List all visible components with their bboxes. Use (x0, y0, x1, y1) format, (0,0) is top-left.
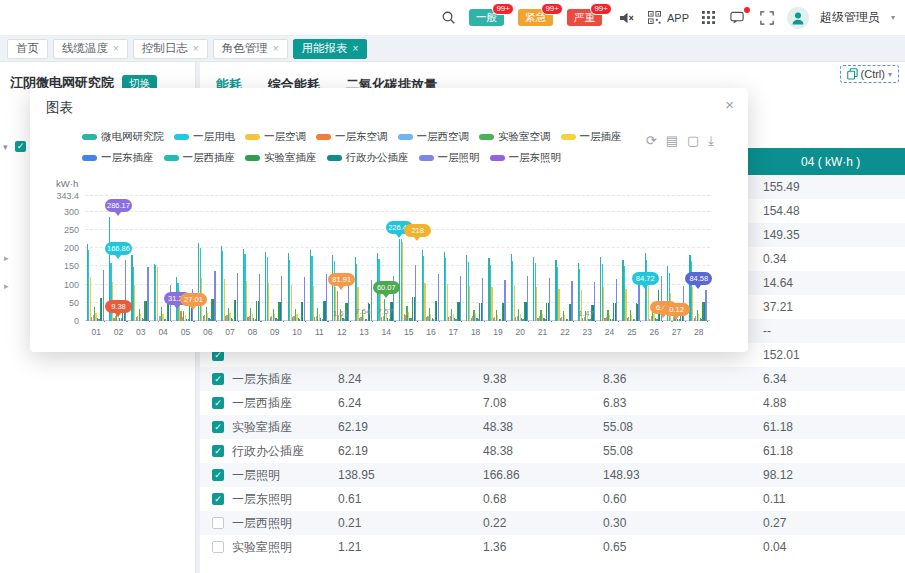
row-value-cell: 0.65 (595, 540, 755, 554)
alert-pill-严重[interactable]: 严重99+ (567, 9, 602, 26)
legend-item-一层照明[interactable]: 一层照明 (419, 151, 480, 165)
fullscreen-icon[interactable] (758, 9, 776, 27)
tab-用能报表[interactable]: 用能报表× (293, 39, 368, 59)
legend-item-一层西插座[interactable]: 一层西插座 (164, 151, 236, 165)
refresh-icon[interactable]: ⟳ (646, 134, 657, 147)
legend-item-一层西空调[interactable]: 一层西空调 (398, 130, 470, 144)
username[interactable]: 超级管理员 (820, 9, 880, 26)
tree-caret-icon[interactable]: ▾ (3, 142, 8, 152)
bar (402, 242, 403, 321)
bar (504, 280, 505, 321)
messages-icon[interactable] (729, 9, 747, 27)
apps-grid-icon[interactable] (700, 9, 718, 27)
tab-close-icon[interactable]: × (193, 44, 199, 54)
legend-item-一层东插座[interactable]: 一层东插座 (82, 151, 154, 165)
search-icon[interactable] (440, 9, 458, 27)
tab-close-icon[interactable]: × (273, 44, 279, 54)
row-checkbox[interactable]: ✓ (212, 397, 224, 409)
bar (305, 321, 306, 322)
modal-title: 图表 (46, 99, 73, 117)
app-label: APP (667, 12, 689, 24)
tree-expander-icon[interactable]: ▸ (4, 281, 9, 291)
y-tick-label: 343.4 (56, 191, 79, 201)
download-icon[interactable]: ⤓ (708, 134, 714, 147)
tab-label: 控制日志 (142, 41, 188, 56)
tab-label: 用能报表 (302, 41, 348, 56)
bar (259, 274, 260, 321)
tab-close-icon[interactable]: × (113, 44, 119, 54)
pin-value: 0.12 (669, 305, 684, 314)
export-button[interactable]: (Ctrl) ▾ (840, 65, 899, 83)
row-checkbox[interactable]: ✓ (212, 493, 224, 505)
legend-item-一层用电[interactable]: 一层用电 (174, 130, 235, 144)
max-marker-pin: 60.07 (373, 281, 400, 294)
row-value-cell: 0.60 (595, 492, 755, 506)
table-row: ✓一层照明138.95166.86148.9398.12 (200, 463, 905, 487)
x-tick-label: 05 (174, 327, 196, 337)
tree-expander-icon[interactable]: ▸ (4, 253, 9, 263)
row-name-cell: 实验室照明 (200, 539, 330, 556)
legend-marker (327, 155, 342, 161)
pin-value: 218 (411, 226, 424, 235)
bar (506, 321, 507, 322)
bar (528, 321, 529, 322)
user-avatar[interactable] (787, 7, 809, 29)
max-marker-pin: 9.38 (105, 300, 132, 313)
legend-item-一层插座[interactable]: 一层插座 (561, 130, 622, 144)
row-checkbox[interactable]: ✓ (212, 469, 224, 481)
legend-marker (561, 134, 576, 140)
x-tick-label: 01 (85, 327, 107, 337)
bar (216, 321, 217, 322)
alert-pill-紧急[interactable]: 紧急99+ (518, 9, 553, 26)
bar (394, 321, 395, 322)
value-label: 7.57 (377, 307, 393, 316)
mute-speaker-icon[interactable] (617, 9, 635, 27)
user-menu-caret-icon: ▾ (891, 13, 895, 22)
data-view-icon[interactable]: ▤ (666, 134, 678, 147)
row-value-cell: 0.11 (755, 492, 905, 506)
tab-角色管理[interactable]: 角色管理× (213, 39, 288, 59)
legend-marker (164, 155, 179, 161)
app-qr-entry[interactable]: APP (646, 9, 689, 27)
legend-item-一层空调[interactable]: 一层空调 (245, 130, 306, 144)
pin-value: 166.86 (107, 244, 130, 253)
x-tick-label: 11 (308, 327, 330, 337)
bar (662, 321, 663, 322)
row-value-cell: -- (755, 324, 905, 338)
row-checkbox[interactable]: ✓ (212, 421, 224, 433)
x-tick-label: 06 (197, 327, 219, 337)
row-checkbox[interactable]: ✓ (212, 445, 224, 457)
row-checkbox[interactable] (212, 541, 224, 553)
legend-label: 一层用电 (193, 130, 235, 144)
gridline (85, 247, 710, 248)
alert-pill-一般[interactable]: 一般99+ (469, 9, 504, 26)
close-icon[interactable]: × (725, 96, 734, 113)
bar (417, 321, 418, 322)
row-value-cell: 4.88 (755, 396, 905, 410)
tabbar: 首页线缆温度×控制日志×角色管理×用能报表× (0, 36, 905, 62)
tree-root-checkbox[interactable]: ✓ (15, 141, 26, 152)
tab-线缆温度[interactable]: 线缆温度× (53, 39, 128, 59)
row-checkbox[interactable]: ✓ (212, 373, 224, 385)
row-value-cell: 154.48 (755, 204, 905, 218)
x-tick-label: 26 (643, 327, 665, 337)
legend-item-实验室插座[interactable]: 实验室插座 (245, 151, 317, 165)
legend-item-一层东照明[interactable]: 一层东照明 (490, 151, 562, 165)
legend-item-微电网研究院[interactable]: 微电网研究院 (82, 130, 164, 144)
legend-item-行政办公插座[interactable]: 行政办公插座 (327, 151, 409, 165)
row-value-cell: 0.34 (755, 252, 905, 266)
restore-icon[interactable]: ▢ (687, 134, 699, 147)
legend-marker (82, 155, 97, 161)
bar (551, 321, 552, 322)
tab-首页[interactable]: 首页 (7, 39, 48, 59)
bar (149, 321, 150, 322)
legend-item-实验室空调[interactable]: 实验室空调 (479, 130, 551, 144)
row-name-cell: ✓实验室插座 (200, 419, 330, 436)
tab-close-icon[interactable]: × (353, 44, 359, 54)
legend-item-一层东空调[interactable]: 一层东空调 (316, 130, 388, 144)
row-checkbox[interactable] (212, 517, 224, 529)
row-value-cell: 0.30 (595, 516, 755, 530)
x-tick-label: 17 (442, 327, 464, 337)
tab-控制日志[interactable]: 控制日志× (133, 39, 208, 59)
y-tick-label: 250 (64, 225, 79, 235)
